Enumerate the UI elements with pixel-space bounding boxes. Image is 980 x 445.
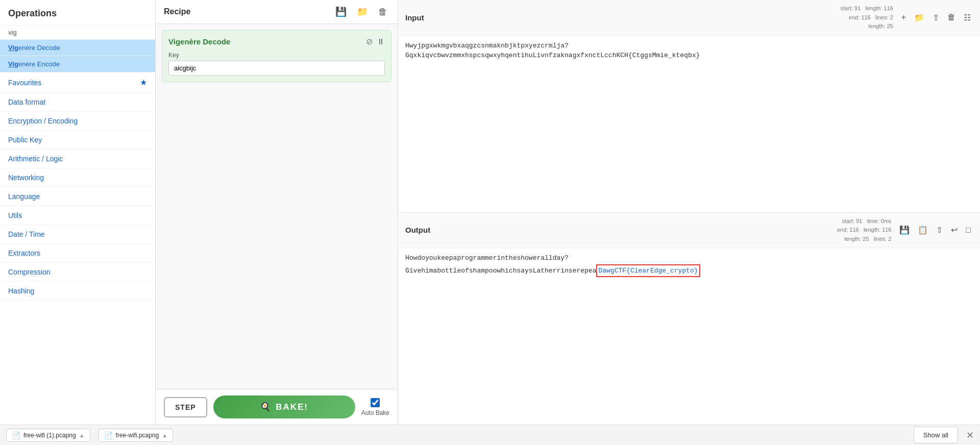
input-toolbar: + 📁 ⇧ 🗑 ☷: [899, 12, 973, 23]
sidebar-nav: vig Vigenère Decode Vigenère Encode Favo…: [0, 26, 155, 425]
auto-bake-label: Auto Bake: [361, 409, 389, 416]
output-meta: start: 91 time: 0ms end: 116 length: 116…: [837, 217, 891, 244]
sidebar-item-extractors[interactable]: Extractors: [0, 244, 155, 263]
bottom-file-2[interactable]: 📄 free-wifi.pcapng ▲: [99, 429, 174, 442]
open-recipe-button[interactable]: 📁: [355, 5, 370, 18]
sidebar: Operations vig Vigenère Decode Vigenère …: [0, 0, 156, 425]
auto-bake-container: Auto Bake: [361, 398, 389, 416]
sidebar-item-encode[interactable]: Vigenère Encode: [0, 56, 155, 72]
output-prefix: GivehimabottleofshampoowhichsaysLatherri…: [405, 266, 596, 276]
show-all-button[interactable]: Show all: [914, 427, 958, 443]
file-icon-1: 📄: [12, 431, 20, 439]
sidebar-item-decode[interactable]: Vigenère Decode: [0, 40, 155, 56]
bake-icon: 🍳: [260, 402, 272, 412]
file-name-1: free-wifi (1).pcapng: [23, 432, 76, 439]
sidebar-item-label: Public Key: [8, 136, 42, 144]
auto-bake-checkbox[interactable]: [371, 398, 380, 407]
input-clear-button[interactable]: 🗑: [945, 12, 958, 23]
encode-rest: enère Encode: [18, 60, 60, 68]
vig-text: vig: [8, 29, 17, 36]
bottom-close-button[interactable]: ✕: [966, 430, 974, 441]
output-fullscreen-button[interactable]: □: [964, 225, 973, 236]
encode-vig-bold: Vig: [8, 60, 18, 68]
input-title: Input: [405, 13, 424, 22]
input-meta-length: length: 25: [868, 23, 893, 29]
sidebar-item-label: Language: [8, 192, 40, 201]
output-line2: GivehimabottleofshampoowhichsaysLatherri…: [405, 264, 973, 278]
output-meta-line2: end: 116 length: 116: [837, 227, 891, 233]
output-highlight: DawgCTF{ClearEdge_crypto}: [596, 264, 700, 278]
output-copy-button[interactable]: 📋: [916, 224, 930, 236]
save-recipe-button[interactable]: 💾: [333, 5, 349, 18]
recipe-card-vigenere: Vigenère Decode ⊘ ⏸ Key: [162, 30, 391, 82]
sidebar-item-compression[interactable]: Compression: [0, 263, 155, 282]
recipe-panel: Recipe 💾 📁 🗑 Vigenère Decode ⊘ ⏸ Key: [156, 0, 398, 425]
recipe-key-field: Key: [168, 52, 385, 76]
input-content[interactable]: Hwyjpgxwkmgvbxaqgzcsnmaknbjktpxyezcrmlja…: [398, 36, 980, 212]
sidebar-item-label: Utils: [8, 211, 22, 219]
recipe-card-title: Vigenère Decode: [168, 37, 230, 46]
bottom-file-1[interactable]: 📄 free-wifi (1).pcapng ▲: [6, 429, 90, 442]
sidebar-item-utils[interactable]: Utils: [0, 206, 155, 225]
sidebar-item-label: Networking: [8, 174, 44, 182]
input-meta: start: 91 length: 116 end: 116 lines: 2 …: [840, 4, 893, 31]
input-meta-end: end: 116 lines: 2: [849, 14, 893, 20]
input-paste-button[interactable]: ⇧: [930, 12, 941, 23]
sidebar-item-networking[interactable]: Networking: [0, 168, 155, 187]
sidebar-item-datetime[interactable]: Date / Time: [0, 225, 155, 244]
input-header: Input start: 91 length: 116 end: 116 lin…: [398, 0, 980, 36]
sidebar-item-label: Favourites: [8, 79, 41, 87]
sidebar-item-label: Extractors: [8, 249, 40, 257]
sidebar-item-label: Encryption / Encoding: [8, 117, 78, 125]
sidebar-item-data-format[interactable]: Data format: [0, 93, 155, 112]
decode-vig-bold: Vig: [8, 44, 18, 52]
input-add-button[interactable]: +: [899, 12, 908, 23]
sidebar-title: Operations: [0, 0, 155, 26]
disable-operation-button[interactable]: ⊘: [366, 37, 373, 46]
sidebar-item-favourites[interactable]: Favourites ★: [0, 72, 155, 93]
recipe-content: Vigenère Decode ⊘ ⏸ Key: [156, 24, 398, 389]
recipe-card-header: Vigenère Decode ⊘ ⏸: [168, 37, 385, 46]
sidebar-item-hashing[interactable]: Hashing: [0, 282, 155, 301]
sidebar-item-public-key[interactable]: Public Key: [0, 131, 155, 150]
file-sort-1: ▲: [79, 432, 85, 438]
delete-recipe-button[interactable]: 🗑: [376, 6, 389, 18]
output-line1: Howdoyoukeepaprogrammerintheshowerallday…: [405, 253, 973, 263]
output-section: Output start: 91 time: 0ms end: 116 leng…: [398, 213, 980, 425]
output-header-left: Output: [405, 226, 430, 234]
input-section: Input start: 91 length: 116 end: 116 lin…: [398, 0, 980, 213]
output-expand-button[interactable]: ⇧: [934, 224, 945, 236]
recipe-footer: STEP 🍳 BAKE! Auto Bake: [156, 389, 398, 425]
input-open-button[interactable]: 📁: [912, 12, 926, 23]
step-button[interactable]: STEP: [164, 397, 207, 417]
recipe-title: Recipe: [164, 7, 190, 16]
sidebar-item-language[interactable]: Language: [0, 187, 155, 206]
output-save-button[interactable]: 💾: [897, 224, 912, 236]
sidebar-item-label: Date / Time: [8, 230, 45, 238]
input-grid-button[interactable]: ☷: [962, 12, 973, 23]
key-input[interactable]: [168, 61, 385, 76]
bake-label: BAKE!: [276, 402, 308, 412]
file-sort-2: ▲: [162, 432, 167, 438]
vig-search-result: vig: [0, 26, 155, 40]
output-header-right: start: 91 time: 0ms end: 116 length: 116…: [837, 217, 973, 244]
output-content: Howdoyoukeepaprogrammerintheshowerallday…: [398, 248, 980, 425]
sidebar-item-label: Data format: [8, 98, 45, 106]
sidebar-item-encryption[interactable]: Encryption / Encoding: [0, 112, 155, 131]
input-header-left: Input: [405, 13, 424, 22]
input-header-right: start: 91 length: 116 end: 116 lines: 2 …: [840, 4, 973, 31]
star-icon: ★: [140, 78, 147, 87]
pause-operation-button[interactable]: ⏸: [377, 37, 385, 46]
key-label: Key: [168, 52, 385, 59]
output-toolbar: 💾 📋 ⇧ ↩ □: [897, 224, 973, 236]
output-title: Output: [405, 226, 430, 234]
recipe-card-actions: ⊘ ⏸: [366, 37, 385, 46]
recipe-toolbar: 💾 📁 🗑: [333, 5, 389, 18]
input-meta-start: start: 91 length: 116: [840, 5, 893, 11]
output-undo-button[interactable]: ↩: [949, 224, 960, 236]
file-name-2: free-wifi.pcapng: [116, 432, 159, 439]
decode-rest: enère Decode: [18, 44, 60, 52]
sidebar-item-arithmetic[interactable]: Arithmetic / Logic: [0, 150, 155, 168]
bottom-bar: 📄 free-wifi (1).pcapng ▲ 📄 free-wifi.pca…: [0, 425, 980, 445]
bake-button[interactable]: 🍳 BAKE!: [213, 395, 355, 418]
